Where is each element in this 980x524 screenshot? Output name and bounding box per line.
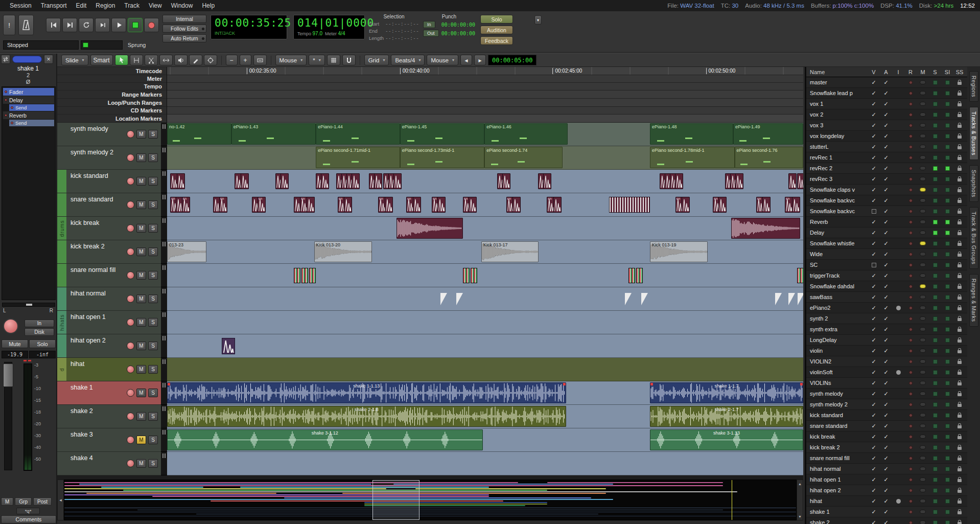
rec-cell[interactable] — [904, 274, 917, 278]
comments-button[interactable]: Comments — [1, 515, 56, 523]
solo-iso-cell[interactable] — [941, 123, 953, 128]
solo-iso-cell[interactable] — [941, 520, 953, 524]
solo-cell[interactable] — [929, 102, 941, 106]
nudge-back-button[interactable]: ◂ — [460, 55, 472, 65]
panel-row-master[interactable]: master✓✓ — [806, 77, 967, 88]
visible-cell[interactable]: ✓ — [868, 423, 880, 429]
visible-cell[interactable]: ✓ — [868, 133, 880, 140]
active-cell[interactable]: ✓ — [880, 519, 892, 524]
goto-start-button[interactable] — [46, 18, 61, 32]
mute-cell[interactable] — [917, 402, 929, 406]
fill-hit-region[interactable] — [628, 268, 635, 283]
punch-out-time[interactable]: 00:00:00:00 — [441, 31, 475, 36]
mute-cell[interactable] — [917, 349, 929, 353]
active-cell[interactable]: ✓ — [880, 230, 892, 236]
rec-cell[interactable] — [904, 134, 917, 138]
solo-safe-cell[interactable] — [953, 337, 966, 343]
rec-cell[interactable] — [904, 371, 917, 374]
panel-row-Snowflake-claps-v[interactable]: Snowflake claps v✓✓ — [806, 185, 967, 195]
track-lane-hihat-normal[interactable] — [167, 287, 803, 311]
visible-cell[interactable]: ✓ — [868, 315, 880, 322]
panel-row-Wide[interactable]: Wide✓✓ — [806, 249, 967, 260]
visible-cell[interactable]: ✓ — [868, 101, 880, 107]
solo-cell[interactable] — [929, 252, 941, 257]
solo-iso-cell[interactable] — [941, 338, 953, 343]
drum-hit-region[interactable] — [512, 197, 521, 213]
mute-cell[interactable] — [917, 198, 929, 202]
rec-cell[interactable] — [904, 156, 917, 160]
mute-button[interactable]: M — [136, 130, 146, 139]
solo-cell[interactable] — [929, 488, 941, 493]
track-header-synth-melody-2[interactable]: synth melody 2MS — [57, 146, 161, 170]
solo-cell[interactable] — [929, 445, 941, 450]
record-arm-button[interactable] — [127, 295, 134, 303]
solo-safe-cell[interactable] — [953, 144, 966, 149]
record-arm-button[interactable] — [127, 413, 134, 420]
rec-cell[interactable] — [904, 253, 917, 256]
solo-iso-cell[interactable] — [941, 91, 953, 96]
solo-safe-cell[interactable] — [953, 294, 966, 300]
visible-cell[interactable]: ✓ — [868, 401, 880, 408]
mute-cell[interactable] — [917, 435, 929, 439]
solo-button[interactable]: S — [148, 459, 158, 468]
panel-row-revRec-2[interactable]: revRec 2✓✓ — [806, 163, 967, 174]
solo-safe-cell[interactable] — [953, 101, 966, 106]
mute-cell[interactable] — [917, 456, 929, 460]
solo-iso-cell[interactable] — [941, 316, 953, 321]
panel-row-sawBass[interactable]: sawBass✓✓ — [806, 292, 967, 303]
panel-row-kick-break[interactable]: kick break✓✓ — [806, 431, 967, 442]
solo-button[interactable]: S — [148, 365, 158, 374]
visible-cell[interactable]: ✓ — [868, 122, 880, 129]
solo-safe-cell[interactable] — [953, 230, 966, 235]
mute-cell[interactable] — [917, 166, 929, 170]
drum-hit-region[interactable] — [437, 197, 446, 213]
hihat-hit-region[interactable] — [641, 293, 648, 305]
solo-safe-cell[interactable] — [953, 284, 966, 289]
active-cell[interactable]: ✓ — [880, 326, 892, 333]
solo-iso-cell[interactable] — [941, 510, 953, 514]
rec-cell[interactable] — [904, 285, 917, 288]
midi-region[interactable]: ePiano second-1.73mid-1 — [400, 147, 485, 168]
mute-cell[interactable] — [917, 359, 929, 363]
fill-hit-region[interactable] — [294, 268, 300, 283]
active-cell[interactable]: ✓ — [880, 90, 892, 97]
solo-safe-cell[interactable] — [953, 498, 966, 504]
active-cell[interactable]: ✓ — [880, 337, 892, 344]
solo-button[interactable]: S — [148, 294, 158, 303]
visible-cell[interactable] — [868, 209, 880, 214]
visible-cell[interactable]: ✓ — [868, 326, 880, 333]
track-lane-hihat[interactable] — [167, 358, 803, 381]
rec-cell[interactable] — [904, 124, 917, 127]
solo-iso-cell[interactable] — [941, 80, 953, 85]
side-tab-ranges-marks[interactable]: Ranges & Marks — [969, 274, 978, 327]
gain-fader[interactable] — [4, 362, 12, 470]
ruler-range-markers[interactable] — [167, 90, 803, 99]
column-header-a[interactable]: A — [880, 69, 892, 75]
rec-cell[interactable] — [904, 231, 917, 235]
mute-cell[interactable] — [917, 467, 929, 471]
solo-iso-cell[interactable] — [941, 284, 953, 289]
track-scroll-handle[interactable] — [161, 170, 167, 193]
nudge-clock[interactable]: 00:00:05:00 — [488, 55, 536, 65]
panel-row-hihat-open-1[interactable]: hihat open 1✓✓ — [806, 474, 967, 485]
solo-button[interactable]: S — [148, 247, 158, 256]
visible-cell[interactable]: ✓ — [868, 144, 880, 150]
processor-reverb[interactable]: Reverb — [3, 111, 54, 119]
track-header-shake-3[interactable]: shake 3MS — [57, 428, 161, 452]
solo-safe-cell[interactable] — [953, 380, 966, 385]
solo-safe-cell[interactable] — [953, 90, 966, 96]
mixer-toggle-button[interactable] — [1, 55, 10, 64]
mute-cell[interactable] — [917, 145, 929, 149]
solo-cell[interactable] — [929, 231, 941, 235]
track-lane-kick-break[interactable] — [167, 217, 803, 240]
midi-region[interactable]: ePiano-1.48 — [650, 123, 733, 145]
side-tab-track-bus-groups[interactable]: Track & Bus Groups — [969, 207, 978, 269]
active-cell[interactable]: ✓ — [880, 165, 892, 172]
strip-solo-button[interactable]: Solo — [29, 339, 56, 348]
record-arm-button[interactable] — [127, 460, 134, 467]
active-cell[interactable]: ✓ — [880, 358, 892, 365]
visible-cell[interactable]: ✓ — [868, 487, 880, 494]
track-header-hihat-open-1[interactable]: hihatshihat open 1MS — [57, 311, 161, 334]
summary-view-rect[interactable] — [372, 480, 419, 520]
solo-cell[interactable] — [929, 220, 941, 224]
